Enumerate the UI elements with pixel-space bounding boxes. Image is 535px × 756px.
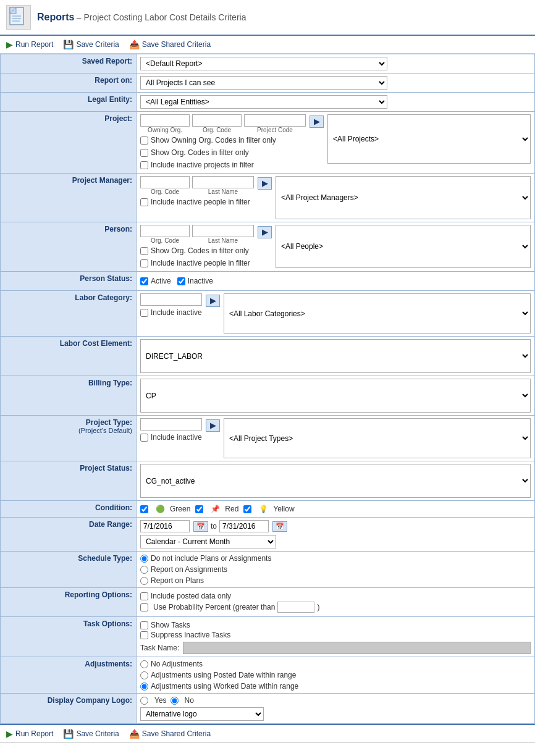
project-listbox[interactable]: <All Projects>	[327, 114, 531, 164]
green-dot-icon: 🟢	[156, 505, 165, 513]
project-arrow-button[interactable]: ▶	[310, 116, 324, 128]
report-on-label: Report on:	[1, 74, 137, 93]
include-inactive-projects-checkbox[interactable]	[140, 161, 148, 169]
project-row: Project: Owning Org. Org. Code	[1, 112, 535, 174]
active-checkbox[interactable]	[140, 277, 148, 285]
date-preset-row: Calendar - Current Month Calendar - Curr…	[140, 535, 531, 548]
report-on-row: Report on: All Projects I can see	[1, 74, 535, 93]
labor-include-inactive-checkbox[interactable]	[140, 309, 148, 317]
task-name-input[interactable]	[183, 642, 531, 654]
logo-no-radio[interactable]	[171, 697, 179, 705]
date-to-input[interactable]	[219, 520, 269, 532]
pm-listbox[interactable]: <All Project Managers>	[276, 176, 531, 219]
pm-org-code-input[interactable]	[140, 176, 190, 188]
show-owning-org-checkbox[interactable]	[140, 136, 148, 145]
project-org-code-input[interactable]	[192, 114, 242, 127]
adj-posted-date-radio[interactable]	[140, 671, 148, 679]
header-bar: Reports – Project Costing Labor Cost Det…	[0, 0, 535, 36]
person-org-code-input[interactable]	[140, 225, 190, 237]
pm-arrow-button[interactable]: ▶	[258, 177, 272, 190]
saved-report-label: Saved Report:	[1, 54, 137, 74]
save-shared-bottom-button[interactable]: 📤 Save Shared Criteria	[129, 729, 211, 739]
condition-red-checkbox[interactable]	[195, 505, 203, 513]
date-from-input[interactable]	[140, 520, 190, 532]
labor-category-label: Labor Category:	[1, 291, 137, 337]
logo-yes-radio[interactable]	[140, 697, 148, 705]
pm-include-inactive-checkbox[interactable]	[140, 198, 148, 206]
alt-logo-row: Alternative logo Default logo None	[140, 707, 531, 721]
red-dot-icon: 📌	[211, 505, 220, 513]
prob-percent-checkbox[interactable]	[140, 603, 148, 611]
project-status-value: CG_not_active Closed New Abe	[137, 461, 535, 501]
logo-options-row: Yes No	[140, 696, 531, 705]
project-type-listbox[interactable]: <All Project Types>	[224, 418, 531, 458]
date-to-calendar-button[interactable]: 📅	[272, 521, 287, 532]
schedule-assignments-radio[interactable]	[140, 566, 148, 574]
criteria-form: Saved Report: <Default Report> Report on…	[0, 54, 535, 724]
adj-worked-date-row: Adjustments using Worked Date within ran…	[140, 682, 531, 691]
person-show-org-row: Show Org. Codes in filter only	[140, 246, 254, 255]
date-preset-select[interactable]: Calendar - Current Month Calendar - Curr…	[140, 535, 276, 548]
show-tasks-row: Show Tasks	[140, 621, 531, 629]
adjustments-value: No Adjustments Adjustments using Posted …	[137, 657, 535, 694]
project-code-input[interactable]	[244, 114, 306, 127]
project-owning-org-input[interactable]	[140, 114, 190, 127]
project-status-label: Project Status:	[1, 461, 137, 501]
task-name-row: Task Name:	[140, 642, 531, 654]
schedule-no-plans-row: Do not include Plans or Assignments	[140, 554, 531, 563]
save-shared-button[interactable]: 📤 Save Shared Criteria	[129, 40, 211, 49]
prob-percent-row: Use Probability Percent (greater than )	[140, 602, 531, 613]
schedule-no-plans-radio[interactable]	[140, 555, 148, 563]
header-title-group: Reports – Project Costing Labor Cost Det…	[37, 12, 246, 23]
person-last-name-input[interactable]	[192, 225, 254, 237]
labor-cost-element-row: Labor Cost Element: DIRECT_LABOR DIRECT_…	[1, 337, 535, 376]
schedule-plans-radio[interactable]	[140, 577, 148, 585]
toolbar-top: ▶ Run Report 💾 Save Criteria 📤 Save Shar…	[0, 36, 535, 54]
save-bottom-icon: 💾	[63, 729, 74, 739]
include-inactive-projects-row: Include inactive projects in filter	[140, 161, 306, 169]
condition-green-checkbox[interactable]	[140, 505, 148, 513]
report-on-select[interactable]: All Projects I can see	[140, 76, 387, 90]
person-arrow-button[interactable]: ▶	[258, 226, 272, 238]
person-show-org-checkbox[interactable]	[140, 247, 148, 255]
labor-arrow-button[interactable]: ▶	[206, 295, 220, 307]
saved-report-select[interactable]: <Default Report>	[140, 57, 387, 70]
save-criteria-button[interactable]: 💾 Save Criteria	[63, 40, 119, 49]
show-org-codes-checkbox[interactable]	[140, 149, 148, 157]
condition-yellow-checkbox[interactable]	[243, 505, 251, 513]
report-on-value: All Projects I can see	[137, 74, 535, 93]
adj-worked-date-radio[interactable]	[140, 682, 148, 691]
pm-last-name-input[interactable]	[192, 176, 254, 188]
toolbar-bottom: ▶ Run Report 💾 Save Criteria 📤 Save Shar…	[0, 724, 535, 743]
person-listbox[interactable]: <All People>	[276, 225, 531, 268]
project-type-include-inactive-checkbox[interactable]	[140, 434, 148, 442]
labor-include-inactive-row: Include inactive	[140, 308, 202, 317]
show-tasks-checkbox[interactable]	[140, 621, 148, 629]
person-include-inactive-checkbox[interactable]	[140, 259, 148, 267]
run-icon: ▶	[6, 40, 13, 49]
run-report-button[interactable]: ▶ Run Report	[6, 40, 53, 49]
page-subtitle: – Project Costing Labor Cost Details Cri…	[77, 12, 246, 22]
labor-category-input[interactable]	[140, 293, 202, 306]
project-status-listbox[interactable]: CG_not_active Closed New Abe	[140, 464, 531, 498]
labor-cost-element-listbox[interactable]: DIRECT_LABOR DIRECT_LABOR_1 DIRECT_LABOR…	[140, 339, 531, 373]
project-label: Project:	[1, 112, 137, 174]
inactive-checkbox[interactable]	[177, 277, 185, 285]
labor-listbox[interactable]: <All Labor Categories>	[224, 293, 531, 334]
schedule-plans-row: Report on Plans	[140, 576, 531, 585]
project-type-input[interactable]	[140, 418, 202, 430]
project-value: Owning Org. Org. Code Project Code	[137, 112, 535, 174]
billing-type-listbox[interactable]: CP FP NB	[140, 379, 531, 413]
posted-data-only-checkbox[interactable]	[140, 592, 148, 600]
run-report-bottom-button[interactable]: ▶ Run Report	[6, 729, 53, 739]
run-bottom-icon: ▶	[6, 729, 13, 739]
adj-no-radio[interactable]	[140, 660, 148, 668]
date-from-calendar-button[interactable]: 📅	[193, 521, 208, 532]
legal-entity-select[interactable]: <All Legal Entities>	[140, 95, 387, 109]
suppress-inactive-tasks-checkbox[interactable]	[140, 631, 148, 639]
prob-percent-input[interactable]	[277, 602, 314, 613]
alt-logo-select[interactable]: Alternative logo Default logo None	[140, 707, 264, 721]
save-criteria-bottom-button[interactable]: 💾 Save Criteria	[63, 729, 119, 739]
labor-category-value: Include inactive ▶ <All Labor Categories…	[137, 291, 535, 337]
project-type-arrow-button[interactable]: ▶	[206, 419, 220, 432]
